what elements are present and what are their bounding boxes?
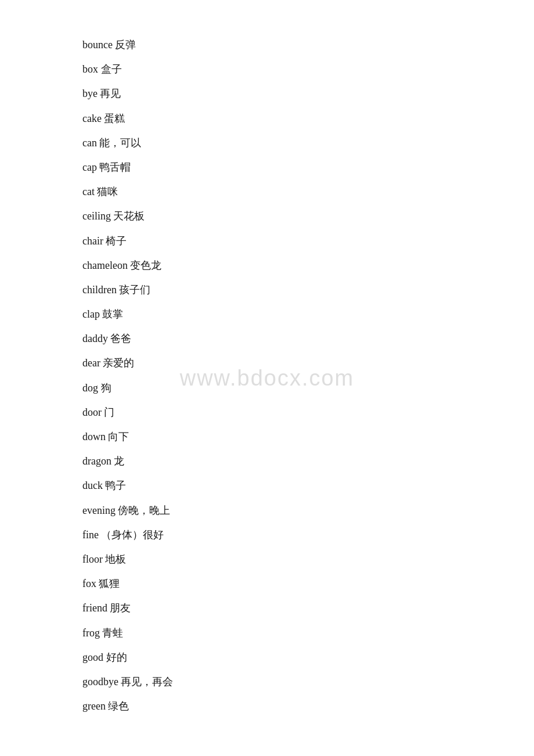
list-item: bounce 反弹	[82, 35, 534, 55]
list-item: good 好的	[82, 647, 534, 667]
list-item: chameleon 变色龙	[82, 255, 534, 275]
list-item: door 门	[82, 402, 534, 422]
list-item: green 绿色	[82, 696, 534, 716]
list-item: box 盒子	[82, 59, 534, 79]
list-item: evening 傍晚，晚上	[82, 501, 534, 520]
list-item: fine （身体）很好	[82, 525, 534, 545]
list-item: duck 鸭子	[82, 476, 534, 495]
list-item: fox 狐狸	[82, 574, 534, 593]
list-item: dear 亲爱的	[82, 353, 534, 373]
list-item: cap 鸭舌帽	[82, 157, 534, 177]
list-item: ceiling 天花板	[82, 206, 534, 226]
vocab-list: bounce 反弹box 盒子bye 再见cake 蛋糕can 能，可以cap …	[0, 0, 534, 755]
list-item: cake 蛋糕	[82, 109, 534, 128]
list-item: children 孩子们	[82, 280, 534, 300]
list-item: down 向下	[82, 427, 534, 447]
list-item: can 能，可以	[82, 133, 534, 153]
list-item: goodbye 再见，再会	[82, 672, 534, 692]
list-item: bye 再见	[82, 84, 534, 103]
list-item: frog 青蛙	[82, 623, 534, 643]
list-item: dog 狗	[82, 378, 534, 398]
list-item: friend 朋友	[82, 598, 534, 618]
list-item: cat 猫咪	[82, 182, 534, 201]
list-item: clap 鼓掌	[82, 304, 534, 324]
list-item: floor 地板	[82, 549, 534, 569]
list-item: dragon 龙	[82, 451, 534, 471]
list-item: chair 椅子	[82, 231, 534, 251]
list-item: daddy 爸爸	[82, 329, 534, 348]
